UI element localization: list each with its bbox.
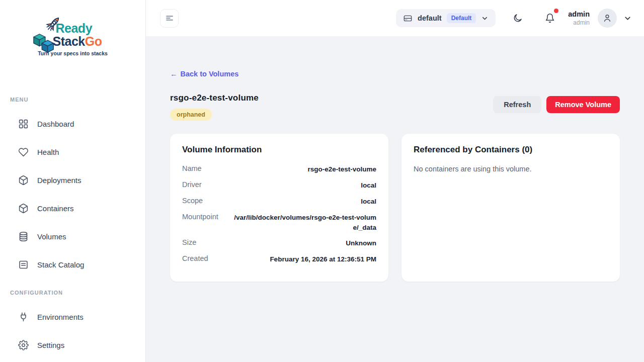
- configuration-section-label: CONFIGURATION: [10, 290, 145, 296]
- logo-text-ready: Ready: [56, 21, 93, 36]
- page-title: rsgo-e2e-test-volume: [170, 93, 259, 103]
- volume-information-card: Volume Information Name rsgo-e2e-test-vo…: [170, 134, 388, 282]
- info-label: Mountpoint: [182, 213, 218, 221]
- info-row-created: Created February 16, 2026 at 12:36:51 PM: [182, 254, 376, 265]
- cards-row: Volume Information Name rsgo-e2e-test-vo…: [170, 134, 620, 282]
- page-title-block: rsgo-e2e-test-volume orphaned: [170, 93, 259, 121]
- sidebar-item-label: Health: [37, 148, 59, 156]
- info-label: Driver: [182, 180, 202, 189]
- sidebar-item-volumes[interactable]: Volumes: [0, 222, 145, 250]
- info-value: /var/lib/docker/volumes/rsgo-e2e-test-vo…: [231, 213, 376, 233]
- info-label: Size: [182, 238, 196, 246]
- orphaned-status-badge: orphaned: [170, 109, 212, 121]
- theme-toggle-button[interactable]: [513, 13, 523, 23]
- sidebar-toggle-button[interactable]: [160, 9, 179, 28]
- notification-dot: [554, 9, 558, 13]
- sidebar-item-label: Settings: [37, 341, 64, 349]
- cube-icon: [18, 203, 29, 214]
- user-role: admin: [568, 19, 590, 27]
- heart-icon: [18, 147, 29, 157]
- menu-section-label: MENU: [10, 97, 145, 103]
- environment-name: default: [418, 14, 442, 22]
- avatar[interactable]: [598, 9, 617, 28]
- back-to-volumes-link[interactable]: ←Back to Volumes: [170, 70, 238, 78]
- grid-icon: [18, 119, 29, 129]
- sidebar-item-label: Containers: [37, 204, 74, 213]
- volume-information-title: Volume Information: [182, 145, 376, 155]
- info-row-size: Size Unknown: [182, 238, 376, 249]
- volume-info-rows: Name rsgo-e2e-test-volume Driver local S…: [182, 164, 376, 265]
- notifications-button[interactable]: [545, 13, 555, 23]
- sidebar-item-label: Stack Catalog: [37, 260, 84, 269]
- environment-selector[interactable]: default Default: [396, 9, 496, 27]
- info-row-mountpoint: Mountpoint /var/lib/docker/volumes/rsgo-…: [182, 213, 376, 233]
- bell-icon: [545, 13, 555, 23]
- user-info: admin admin: [568, 10, 590, 26]
- app-logo: Ready StackGo Turn your specs into stack…: [33, 17, 113, 60]
- info-row-scope: Scope local: [182, 197, 376, 207]
- sidebar-item-environments[interactable]: Environments: [0, 303, 145, 331]
- info-value: rsgo-e2e-test-volume: [307, 164, 376, 174]
- logo-text-stackgo: StackGo: [53, 34, 102, 49]
- sidebar-item-stack-catalog[interactable]: Stack Catalog: [0, 250, 145, 279]
- info-row-name: Name rsgo-e2e-test-volume: [182, 164, 376, 175]
- referenced-containers-card: Referenced by Containers (0) No containe…: [401, 134, 620, 282]
- info-value: local: [361, 180, 376, 191]
- header-actions: default Default admin admin: [396, 9, 632, 28]
- sidebar: Ready StackGo Turn your specs into stack…: [0, 0, 146, 362]
- chevron-down-icon: [481, 15, 489, 22]
- logo-text-go: Go: [85, 34, 102, 48]
- back-arrow-icon: ←: [170, 70, 178, 78]
- catalog-icon: [18, 259, 29, 270]
- main-content: ←Back to Volumes rsgo-e2e-test-volume or…: [146, 36, 644, 282]
- back-link-label: Back to Volumes: [181, 70, 239, 78]
- logo-text-stack: Stack: [53, 34, 85, 48]
- logo-tagline: Turn your specs into stacks: [33, 50, 113, 56]
- info-label: Created: [182, 254, 208, 262]
- moon-icon: [513, 13, 523, 23]
- sidebar-item-label: Deployments: [37, 176, 82, 185]
- gear-icon: [18, 340, 29, 350]
- empty-containers-message: No containers are using this volume.: [414, 165, 608, 173]
- hamburger-icon: [165, 14, 174, 23]
- info-row-driver: Driver local: [182, 180, 376, 191]
- refresh-button[interactable]: Refresh: [493, 96, 541, 113]
- sidebar-item-label: Environments: [37, 313, 84, 321]
- cube-icon: [18, 175, 29, 186]
- sidebar-item-health[interactable]: Health: [0, 138, 145, 166]
- environment-default-badge: Default: [447, 13, 476, 23]
- page-header-row: rsgo-e2e-test-volume orphaned Refresh Re…: [170, 93, 620, 121]
- remove-volume-button[interactable]: Remove Volume: [546, 96, 620, 113]
- sidebar-item-containers[interactable]: Containers: [0, 194, 145, 222]
- user-icon: [602, 13, 612, 23]
- referenced-containers-title: Referenced by Containers (0): [414, 145, 608, 155]
- server-icon: [403, 14, 413, 23]
- info-value: February 16, 2026 at 12:36:51 PM: [270, 254, 376, 264]
- sidebar-item-label: Dashboard: [37, 120, 74, 128]
- info-label: Scope: [182, 197, 203, 205]
- page-actions: Refresh Remove Volume: [493, 96, 620, 121]
- info-value: local: [361, 197, 376, 207]
- database-icon: [18, 231, 29, 242]
- user-name: admin: [568, 10, 590, 19]
- info-value: Unknown: [346, 238, 376, 248]
- sidebar-item-label: Volumes: [37, 232, 66, 241]
- sidebar-item-dashboard[interactable]: Dashboard: [0, 110, 145, 138]
- info-label: Name: [182, 164, 202, 172]
- top-header: default Default admin admin: [146, 0, 644, 36]
- user-menu-chevron[interactable]: [623, 14, 632, 23]
- plug-icon: [18, 312, 29, 322]
- sidebar-item-settings[interactable]: Settings: [0, 331, 145, 359]
- sidebar-item-deployments[interactable]: Deployments: [0, 166, 145, 194]
